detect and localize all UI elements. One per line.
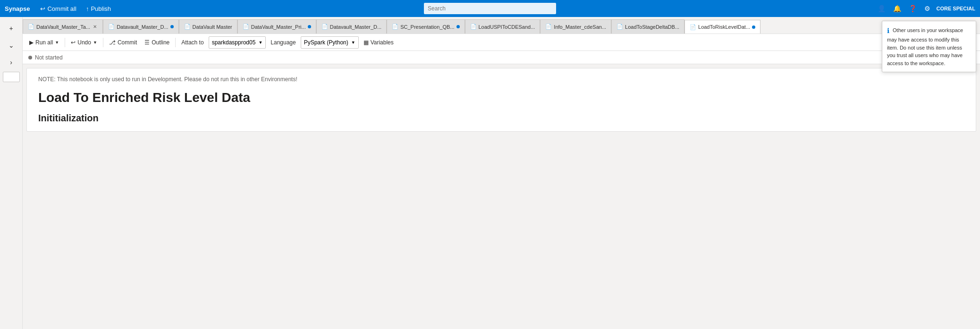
run-all-button[interactable]: ▶ Run all ▼ (26, 38, 62, 47)
toolbar-divider-2 (103, 38, 103, 47)
tab-item-6[interactable]: 📄 SC_Presentation_QB... (387, 19, 465, 34)
cell-left-bar: NOTE: This notebook is only used to run … (27, 68, 976, 131)
cell-body[interactable]: NOTE: This notebook is only used to run … (29, 68, 976, 131)
publish-button[interactable]: ↑ Publish (82, 3, 115, 14)
outline-button[interactable]: ☰ Outline (142, 38, 172, 47)
cell-heading-1: Load To Enriched Risk Level Data (38, 90, 966, 105)
tab-label-8: Info_Master_cdeSan... (554, 24, 606, 30)
search-input[interactable] (424, 3, 556, 14)
tab-item-8[interactable]: 📄 Info_Master_cdeSan... (540, 19, 611, 34)
run-dropdown-icon: ▼ (55, 40, 59, 45)
bell-icon-button[interactable]: 🔔 (891, 3, 903, 14)
variables-button[interactable]: ▦ Variables (361, 38, 397, 47)
info-icon: ℹ (887, 27, 889, 34)
notebook-icon-5: 📄 (321, 24, 328, 30)
attach-to-label: Attach to (178, 38, 206, 47)
notebook-icon-7: 📄 (470, 24, 477, 30)
language-dropdown[interactable]: PySpark (Python) ▼ (301, 36, 359, 49)
tab-dot-2 (170, 25, 174, 28)
tab-dot-6 (456, 25, 460, 28)
undo-icon: ↩ (71, 39, 76, 46)
outline-icon: ☰ (144, 39, 150, 46)
search-container (424, 3, 556, 14)
app-logo: Synapse (5, 5, 30, 12)
top-bar-right: 👤 🔔 ❓ ⚙ CORE SPECIAL (876, 3, 975, 14)
tab-label-7: LoadUSPIToCDESand... (479, 24, 535, 30)
tab-item-7[interactable]: 📄 LoadUSPIToCDESand... (465, 19, 541, 34)
notebook-icon-8: 📄 (545, 24, 552, 30)
undo-button[interactable]: ↩ Undo ▼ (68, 38, 100, 47)
tab-label-4: DataVault_Master_Pri... (251, 24, 306, 30)
expand-button[interactable]: › (4, 55, 19, 70)
corner-label: CORE SPECIAL (936, 6, 975, 11)
notebook-icon-2: 📄 (108, 24, 115, 30)
notebook-icon-3: 📄 (184, 24, 191, 30)
commit-icon: ↩ (40, 5, 45, 12)
status-bar: Not started (23, 51, 980, 64)
tab-dot-10 (752, 25, 755, 29)
tab-item-5[interactable]: 📄 Datavault_Master_D... (316, 19, 387, 34)
collapse-button[interactable]: ⌄ (4, 38, 19, 53)
status-dot (28, 56, 32, 59)
tab-item-9[interactable]: 📄 LoadToStageDeltaDB... (611, 19, 684, 34)
tab-item-10[interactable]: 📄 LoadToRiskLevelDat... (684, 20, 760, 34)
tab-label-2: Datavault_Master_D... (117, 24, 168, 30)
main-layout: + ⌄ › 📄 DataVault_Master_Ta... ✕ 📄 Datav… (0, 17, 980, 329)
toolbar-divider-3 (175, 38, 176, 47)
tab-label-6: SC_Presentation_QB... (400, 24, 454, 30)
notebook-content: NOTE: This notebook is only used to run … (23, 64, 980, 329)
undo-dropdown-icon: ▼ (93, 40, 97, 45)
status-text: Not started (35, 54, 63, 61)
info-tooltip: ℹ Other users in your workspace may have… (882, 21, 976, 72)
commit-icon: ⎇ (109, 39, 116, 46)
question-icon-button[interactable]: ❓ (907, 3, 919, 14)
notebook-icon-6: 📄 (392, 24, 398, 30)
tab-label-3: DataVault Master (193, 24, 232, 30)
tab-label-1: DataVault_Master_Ta... (36, 24, 90, 30)
add-button[interactable]: + (4, 21, 19, 36)
toolbar-divider-1 (65, 38, 65, 47)
run-icon: ▶ (29, 39, 34, 46)
tabs-row: 📄 DataVault_Master_Ta... ✕ 📄 Datavault_M… (23, 17, 980, 34)
notebook-icon-9: 📄 (617, 24, 623, 30)
cell-heading-2: Inititialization (38, 113, 966, 124)
tab-label-10: LoadToRiskLevelDat... (698, 24, 750, 30)
language-chevron-icon: ▼ (351, 40, 355, 45)
variables-icon: ▦ (363, 39, 369, 46)
tab-close-1[interactable]: ✕ (92, 24, 98, 30)
tooltip-text: Other users in your workspace may have a… (887, 27, 963, 66)
tab-label-5: Datavault_Master_D... (330, 24, 381, 30)
tab-item-2[interactable]: 📄 Datavault_Master_D... (103, 19, 178, 34)
notebook-icon-1: 📄 (28, 24, 34, 30)
notebook-icon-4: 📄 (243, 24, 249, 30)
left-sidebar: + ⌄ › (0, 17, 23, 329)
commit-all-button[interactable]: ↩ Commit all (36, 3, 80, 14)
notebook-icon-10: 📄 (690, 24, 696, 30)
tab-item-4[interactable]: 📄 DataVault_Master_Pri... (237, 19, 316, 34)
language-label: Language (268, 38, 298, 47)
attach-to-dropdown[interactable]: sparkdaspprod05 ▼ (209, 36, 266, 49)
sidebar-search-input[interactable] (3, 72, 20, 82)
tab-item-1[interactable]: 📄 DataVault_Master_Ta... ✕ (23, 19, 103, 34)
content-area: 📄 DataVault_Master_Ta... ✕ 📄 Datavault_M… (23, 17, 980, 329)
notebook-toolbar: ▶ Run all ▼ ↩ Undo ▼ ⎇ Commit ☰ Outline … (23, 34, 980, 51)
attach-chevron-icon: ▼ (258, 40, 262, 45)
tab-item-3[interactable]: 📄 DataVault Master (179, 19, 237, 34)
top-bar: Synapse ↩ Commit all ↑ Publish 👤 🔔 ❓ ⚙ C… (0, 0, 980, 17)
person-icon-button[interactable]: 👤 (876, 3, 887, 14)
settings-icon-button[interactable]: ⚙ (922, 3, 932, 14)
cell-note-container: NOTE: This notebook is only used to run … (26, 68, 976, 132)
tab-dot-4 (308, 25, 311, 28)
publish-icon: ↑ (86, 5, 89, 12)
cell-note-text: NOTE: This notebook is only used to run … (38, 76, 966, 83)
tab-label-9: LoadToStageDeltaDB... (625, 24, 679, 30)
commit-button[interactable]: ⎇ Commit (106, 38, 140, 47)
